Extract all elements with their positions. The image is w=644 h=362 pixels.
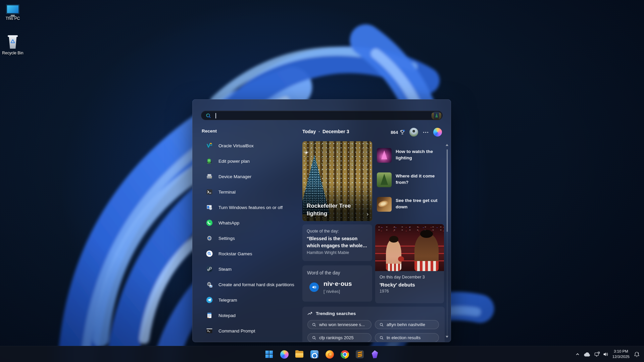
recent-item-device-manager[interactable]: Device Manager — [202, 169, 301, 184]
user-avatar[interactable] — [409, 128, 418, 137]
taskbar-file-explorer-icon[interactable] — [295, 350, 304, 359]
recent-item-turn-windows-features-on-or-off[interactable]: Turn Windows features on or off — [202, 200, 301, 215]
cut-log-thumbnail — [377, 197, 392, 212]
related-story-title: Where did it come from? — [396, 172, 443, 186]
rocky-image — [375, 224, 444, 271]
telegram-icon — [206, 296, 213, 304]
tray-chevron-up-icon[interactable] — [576, 352, 580, 356]
recent-item-label: Settings — [218, 236, 235, 241]
chip-search-icon — [380, 336, 384, 340]
recent-list: Oracle VirtualBoxEdit power planDevice M… — [202, 138, 301, 339]
svg-text:z: z — [638, 352, 639, 354]
green-tree-thumbnail — [377, 172, 392, 187]
network-icon — [594, 352, 600, 357]
recent-item-terminal[interactable]: Terminal — [202, 184, 301, 200]
trending-chip[interactable]: tn election results — [375, 333, 439, 342]
desktop-icon-this-pc[interactable]: This PC — [0, 4, 26, 21]
trending-searches-card: Trending searches who won tennessee s...… — [302, 307, 445, 342]
quote-card[interactable]: Quote of the day: “Blessed is the season… — [302, 224, 372, 261]
recent-item-steam[interactable]: Steam — [202, 261, 301, 277]
today-label: Today — [302, 129, 316, 134]
speaker-icon — [312, 285, 316, 290]
chip-search-icon — [312, 323, 316, 327]
recent-item-label: Create and format hard disk partitions — [218, 282, 294, 287]
related-story[interactable]: Where did it come from? — [377, 172, 443, 187]
search-suggestion-icon — [206, 250, 213, 257]
taskbar-sublime-text-icon[interactable] — [356, 350, 364, 359]
taskbar-chrome-icon[interactable] — [341, 350, 349, 359]
chip-search-icon — [312, 336, 316, 340]
recent-item-label: Command Prompt — [218, 328, 255, 333]
trending-chips: who won tennessee s...aftyn behn nashvil… — [307, 320, 440, 342]
recent-item-notepad[interactable]: Notepad — [202, 308, 301, 323]
date-label: December 3 — [323, 129, 349, 134]
on-this-day-label: On this day December 3 — [380, 275, 440, 279]
word-of-day-card[interactable]: Word of the day niv·e·ous [ˈnivēəs] — [302, 265, 372, 302]
taskbar-obsidian-icon[interactable] — [371, 350, 379, 359]
recent-item-whatsapp[interactable]: WhatsApp — [202, 215, 301, 230]
taskbar: 3:10 PM 12/3/2025 z — [0, 346, 644, 362]
pink-tree-thumbnail — [377, 148, 392, 163]
recent-item-edit-power-plan[interactable]: Edit power plan — [202, 153, 301, 169]
settings-icon — [206, 235, 213, 242]
scroll-down-arrow[interactable] — [446, 336, 448, 338]
terminal-icon — [206, 188, 213, 196]
search-image-of-day-button[interactable] — [431, 112, 442, 120]
related-stories: How to watch the lightingWhere did it co… — [377, 148, 443, 221]
virtualbox-icon — [206, 142, 213, 149]
taskbar-firefox-icon[interactable] — [326, 350, 334, 359]
separator-dot: • — [318, 130, 320, 134]
recent-item-oracle-virtualbox[interactable]: Oracle VirtualBox — [202, 138, 301, 153]
today-header: Today • December 3 — [302, 129, 349, 134]
recent-item-label: Edit power plan — [218, 159, 250, 164]
steam-icon — [206, 265, 213, 273]
power-plan-icon — [206, 157, 213, 165]
related-story[interactable]: See the tree get cut down — [377, 197, 443, 212]
rewards-trophy-icon — [400, 130, 405, 135]
recycle-bin-label: Recycle Bin — [0, 51, 26, 55]
more-options-button[interactable] — [423, 132, 429, 133]
trending-chip[interactable]: cfp rankings 2025 — [307, 333, 371, 342]
recent-item-label: Terminal — [218, 190, 236, 195]
scrollbar-thumb[interactable] — [447, 149, 448, 232]
volume-icon — [603, 352, 608, 357]
tray-time: 3:10 PM — [612, 349, 630, 354]
recent-item-rockstar-games[interactable]: Rockstar Games — [202, 246, 301, 261]
copilot-icon[interactable] — [433, 128, 442, 137]
taskbar-copilot-icon[interactable] — [280, 350, 289, 359]
scroll-up-arrow[interactable] — [446, 144, 448, 146]
recent-item-label: Turn Windows features on or off — [218, 205, 283, 210]
word-text: niv·e·ous — [324, 280, 352, 288]
chip-label: aftyn behn nashville — [387, 322, 425, 327]
chip-label: cfp rankings 2025 — [319, 335, 354, 340]
recent-item-label: Device Manager — [218, 174, 251, 179]
search-input[interactable] — [201, 111, 443, 120]
taskbar-start-icon[interactable] — [265, 350, 274, 359]
taskbar-clock[interactable]: 3:10 PM 12/3/2025 — [612, 349, 630, 359]
trending-chip[interactable]: who won tennessee s... — [307, 320, 371, 329]
hero-card-rockefeller[interactable]: ✦ Rockefeller Tree lighting › — [302, 141, 372, 221]
onedrive-icon[interactable] — [584, 352, 590, 357]
on-this-day-card[interactable]: On this day December 3 'Rocky' debuts 19… — [375, 224, 444, 303]
on-this-day-year: 1976 — [380, 289, 440, 294]
taskbar-outlook-icon[interactable] — [310, 350, 319, 359]
trending-chip[interactable]: aftyn behn nashville — [375, 320, 439, 329]
on-this-day-title: 'Rocky' debuts — [380, 282, 440, 288]
recent-item-label: Steam — [218, 267, 232, 272]
recent-item-label: Telegram — [218, 298, 237, 303]
recent-item-command-prompt[interactable]: Command Prompt — [202, 323, 301, 339]
related-story[interactable]: How to watch the lighting — [377, 148, 443, 163]
hero-title: Rockefeller Tree lighting — [307, 202, 360, 217]
rewards-button[interactable]: 864 — [391, 130, 405, 135]
desktop-icon-recycle-bin[interactable]: Recycle Bin — [0, 35, 26, 55]
notification-bell-icon[interactable]: z — [634, 351, 640, 358]
notepad-icon — [206, 312, 213, 319]
rewards-points: 864 — [391, 130, 398, 135]
recent-item-label: Notepad — [218, 313, 236, 318]
recent-item-telegram[interactable]: Telegram — [202, 292, 301, 308]
recent-item-settings[interactable]: Settings — [202, 230, 301, 246]
recent-item-create-and-format-hard-disk-partitions[interactable]: Create and format hard disk partitions — [202, 277, 301, 292]
pronounce-button[interactable] — [309, 282, 319, 292]
network-volume-group[interactable] — [594, 352, 608, 357]
trending-label: Trending searches — [316, 311, 356, 316]
